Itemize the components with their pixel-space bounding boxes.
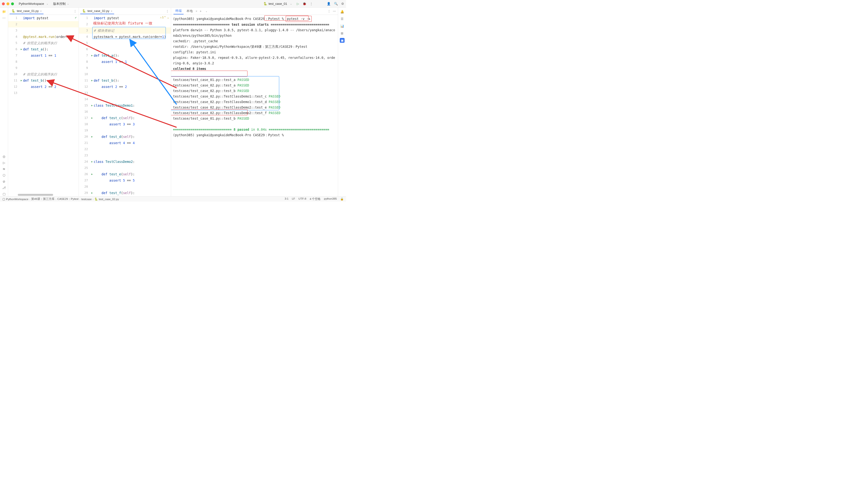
test-result-line: testcase/test_case_01.py::test_a PASSED [173, 77, 336, 83]
terminal-pane: 终端 本地 × + ⌄ ⋮ — (python385) yangkai@yang… [171, 8, 338, 196]
run-tool-icon[interactable]: ▷ [2, 160, 7, 165]
breadcrumb[interactable]: PythonWorkspace›第49课：第三方库›CASE29：Pytest›… [6, 197, 119, 201]
breadcrumb-item[interactable]: CASE29：Pytest [57, 197, 79, 201]
structure-icon[interactable]: ⊞ [340, 31, 345, 36]
breadcrumb-item[interactable]: 第49课：第三方库 [31, 197, 55, 201]
topbar: PythonWorkspace ⌄ 版本控制 ⌄ 🐍 test_case_01 … [0, 0, 346, 8]
chart-icon[interactable]: 📊 [340, 24, 345, 28]
layers-icon[interactable]: ≋ [2, 166, 7, 171]
inspection-warning-icon[interactable]: ⚠ 1 ^ ⌄ [160, 16, 169, 19]
services-icon[interactable]: ⬡ [2, 173, 7, 177]
python-icon: 🐍 [263, 2, 267, 5]
horizontal-scrollbar[interactable] [18, 194, 77, 196]
encoding[interactable]: UTF-8 [298, 197, 306, 201]
vcs-menu[interactable]: 版本控制 [53, 2, 66, 6]
python-file-icon: 🐍 [82, 9, 86, 13]
close-tab-icon[interactable]: × [40, 10, 42, 12]
database-icon[interactable]: ☰ [340, 16, 345, 21]
close-window-icon[interactable] [2, 2, 5, 5]
python-console-icon[interactable]: ◎ [2, 154, 7, 159]
run-button[interactable]: ▷ [297, 2, 299, 5]
breadcrumb-item[interactable]: testcase [81, 198, 92, 201]
editor-pane-1: 🐍 test_case_01.py × ⋮ ✔ 1import pytest23… [8, 8, 79, 196]
minimize-window-icon[interactable] [7, 2, 9, 5]
tab-options-icon[interactable]: ⋮ [166, 9, 169, 13]
close-tab-icon[interactable]: × [196, 10, 197, 13]
terminal-tool-icon[interactable]: ▢ [2, 191, 7, 196]
python-file-icon: 🐍 [94, 198, 98, 201]
terminal-options-icon[interactable]: ⋮ [327, 9, 331, 13]
right-tool-rail: 🔔 ☰ 📊 ⊞ ▣ [338, 8, 346, 196]
tab-label: test_case_02.py [88, 9, 109, 13]
project-tool-icon[interactable]: 📁 [2, 9, 7, 14]
python-file-icon: 🐍 [12, 9, 15, 13]
chevron-down-icon[interactable]: ⌄ [67, 2, 69, 5]
terminal-active-icon[interactable]: ▣ [340, 38, 345, 43]
user-icon[interactable]: 👤 [327, 2, 331, 5]
editor-tab-1[interactable]: 🐍 test_case_01.py × [10, 8, 44, 14]
tab-label: test_case_01.py [17, 9, 39, 13]
editor-tab-2[interactable]: 🐍 test_case_02.py × [80, 8, 114, 14]
status-bar: ▢ PythonWorkspace›第49课：第三方库›CASE29：Pytes… [0, 196, 346, 201]
notifications-icon[interactable]: 🔔 [340, 9, 345, 14]
chevron-down-icon[interactable]: ⌄ [205, 10, 207, 12]
minimize-panel-icon[interactable]: — [333, 9, 336, 13]
settings-icon[interactable]: ⚙ [341, 2, 344, 5]
test-result-line: testcase/test_case_02.py::test_b PASSED [173, 88, 336, 94]
more-icon[interactable]: ⋯ [2, 15, 7, 20]
test-result-line: testcase/test_case_02.py::test_a PASSED [173, 83, 336, 88]
search-icon[interactable]: 🔍 [334, 2, 338, 5]
code-area-1[interactable]: ✔ 1import pytest234@pytest.mark.run(orde… [8, 15, 79, 196]
git-icon[interactable]: ⎇ [2, 185, 7, 190]
indent-info[interactable]: 4 个空格 [310, 197, 321, 201]
chevron-down-icon[interactable]: ⌄ [46, 2, 48, 5]
editor-pane-2: 🐍 test_case_02.py × ⋮ ⚠ 1 ^ ⌄ 模块标记使用方法和 … [79, 8, 171, 196]
test-result-line: testcase/test_case_02.py::TestClassDemo1… [173, 99, 336, 105]
close-tab-icon[interactable]: × [111, 10, 112, 12]
run-config-label: test_case_01 [269, 2, 287, 5]
tab-options-icon[interactable]: ⋮ [73, 9, 77, 13]
test-result-line: testcase/test_case_02.py::TestClassDemo2… [173, 110, 336, 116]
line-separator[interactable]: LF [292, 197, 295, 201]
chevron-down-icon: ⌄ [290, 2, 292, 5]
project-icon[interactable]: ▢ [2, 198, 5, 201]
breadcrumb-item[interactable]: test_case_02.py [99, 198, 119, 201]
test-result-line: testcase/test_case_01.py::test_b PASSED [173, 116, 336, 121]
code-area-2[interactable]: ⚠ 1 ^ ⌄ 模块标记使用方法和 fixture 一致 1import pyt… [79, 15, 171, 196]
test-result-line: testcase/test_case_02.py::TestClassDemo1… [173, 94, 336, 99]
cursor-position[interactable]: 3:1 [285, 197, 289, 201]
debug-button[interactable]: 🐞 [302, 2, 306, 5]
terminal-body[interactable]: (python385) yangkai@yangkaideMacBook-Pro… [171, 15, 338, 196]
project-name[interactable]: PythonWorkspace [19, 2, 44, 5]
lock-icon[interactable]: 🔒 [340, 197, 344, 201]
left-tool-rail: 📁 ⋯ ◎ ▷ ≋ ⬡ ⊘ ⎇ ▢ [0, 8, 8, 196]
local-tab[interactable]: 本地 [185, 8, 195, 14]
maximize-window-icon[interactable] [11, 2, 14, 5]
terminal-tab[interactable]: 终端 [173, 8, 184, 14]
run-config-selector[interactable]: 🐍 test_case_01 ⌄ [263, 2, 293, 5]
more-actions-icon[interactable]: ⋮ [310, 2, 313, 5]
breadcrumb-item[interactable]: PythonWorkspace [6, 198, 28, 201]
inspection-ok-icon: ✔ [75, 16, 77, 19]
test-result-line: testcase/test_case_02.py::TestClassDemo2… [173, 105, 336, 110]
interpreter[interactable]: python385 [324, 197, 337, 201]
problems-icon[interactable]: ⊘ [2, 179, 7, 184]
window-controls [2, 2, 14, 5]
add-tab-icon[interactable]: + [198, 10, 203, 13]
